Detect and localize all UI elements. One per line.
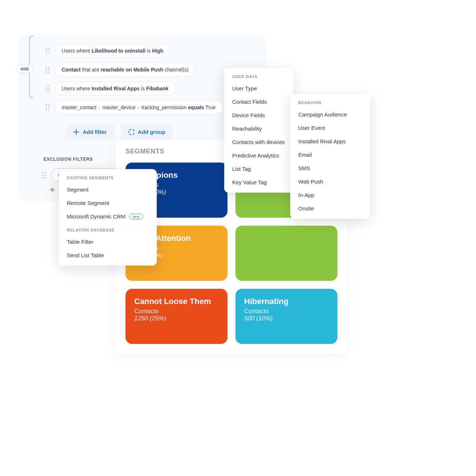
add-group-button[interactable]: Add group [120,124,173,139]
card-subtitle: Contacts [244,308,329,315]
menu-item-contacts-with-devices[interactable]: Contacts with devices [224,135,293,149]
pill-bold: Fibabank [146,86,168,91]
popover-group-label: BEHAVIOR [290,100,370,108]
segment-card[interactable] [235,226,337,281]
filter-condition-pill[interactable]: Users where Installed Rival Apps is Fiba… [55,82,175,95]
card-stat: 500 (10%) [244,315,329,322]
existing-segments-popover: EXISTING SEGMENTS Segment Remote Segment… [59,169,157,266]
pill-text: True [205,104,216,110]
menu-item-in-app[interactable]: In-App [290,188,370,202]
filter-row: Contact that are reachable on Mobile Pus… [46,63,256,77]
button-label: Add group [138,129,165,135]
drag-handle-icon[interactable] [46,48,50,54]
segment-card-cannot-lose[interactable]: Cannot Loose Them Contacts 1250 (25%) [126,289,227,344]
and-operator-badge[interactable]: AND [16,65,33,73]
menu-item-segment[interactable]: Segment [59,183,157,196]
chevron-right-icon: › [98,104,101,110]
drag-handle-icon[interactable] [42,172,46,178]
group-icon [128,129,134,135]
pill-text: tracking_permission [141,104,187,110]
segment-card-hibernating[interactable]: Hibernating Contacts 500 (10%) [235,289,337,344]
pill-bold: reachable on [100,67,132,73]
pill-bold: High [152,48,163,54]
pill-text: channel(s) [165,67,188,73]
pill-bold: equals [188,104,204,110]
popover-group-label: RELATION DATABASE [59,228,157,235]
pill-text: is [141,86,145,91]
behavior-popover: BEHAVIOR Campaign Audience User Event In… [290,94,370,219]
new-badge: new [129,214,143,219]
menu-item-key-value-tag[interactable]: Key Value Tag [224,176,293,189]
card-stat: 1250 (25%) [134,315,219,322]
menu-item-installed-rival-apps[interactable]: Installed Rival Apps [290,135,370,148]
pill-bold: Likelihood to uninstall [91,48,145,54]
pill-text: master_device [102,104,135,110]
pill-text: that are [82,67,99,73]
pill-text: master_contact [62,104,97,110]
filter-row: Users where Likelihood to uninstall is H… [46,44,256,58]
filter-condition-pill[interactable]: Users where Likelihood to uninstall is H… [55,44,170,58]
menu-item-list-tag[interactable]: List Tag [224,162,293,176]
menu-item-ms-dynamic-crm[interactable]: Microsoft Dynamic CRM new [59,210,157,223]
filter-rows-container: Users where Likelihood to uninstall is H… [29,44,256,114]
menu-item-sms[interactable]: SMS [290,161,370,175]
menu-item-reachability[interactable]: Reachability [224,122,293,135]
menu-item-web-push[interactable]: Web Push [290,175,370,188]
chevron-right-icon: › [137,104,140,110]
drag-handle-icon[interactable] [46,85,50,92]
filter-row: master_contact › master_device › trackin… [46,100,256,114]
menu-item-campaign-audience[interactable]: Campaign Audience [290,108,370,121]
popover-divider [59,225,157,226]
pill-text: is [147,48,151,54]
pill-bold: Mobile Push [134,67,163,73]
menu-item-user-event[interactable]: User Event [290,121,370,135]
filter-row: Users where Installed Rival Apps is Fiba… [46,82,256,95]
card-subtitle: Contacts [134,308,219,315]
pill-bold: Contact [62,67,81,73]
menu-item-predictive-analytics[interactable]: Predictive Analytics [224,149,293,162]
popover-group-label: EXISTING SEGMENTS [59,176,157,183]
pill-bold: Installed Rival Apps [91,86,140,91]
filter-condition-pill[interactable]: master_contact › master_device › trackin… [55,100,222,114]
pill-text: Users where [62,86,90,91]
add-exclusion-icon[interactable]: + [49,184,55,196]
plus-icon [73,129,79,135]
card-title: Hibernating [244,297,329,306]
add-filter-button[interactable]: Add filter [65,124,115,139]
menu-item-label: Microsoft Dynamic CRM [67,213,126,219]
button-label: Add filter [83,129,107,135]
drag-handle-icon[interactable] [46,66,50,73]
drag-handle-icon[interactable] [46,104,50,111]
pill-text: Users where [62,48,90,54]
menu-item-remote-segment[interactable]: Remote Segment [59,196,157,210]
menu-item-table-filter[interactable]: Table Filter [59,235,157,249]
filter-condition-pill[interactable]: Contact that are reachable on Mobile Pus… [55,63,195,77]
menu-item-email[interactable]: Email [290,148,370,161]
card-title: Cannot Loose Them [134,297,219,306]
menu-item-onsite[interactable]: Onsite [290,202,370,215]
menu-item-send-list-table[interactable]: Send List Table [59,249,157,262]
